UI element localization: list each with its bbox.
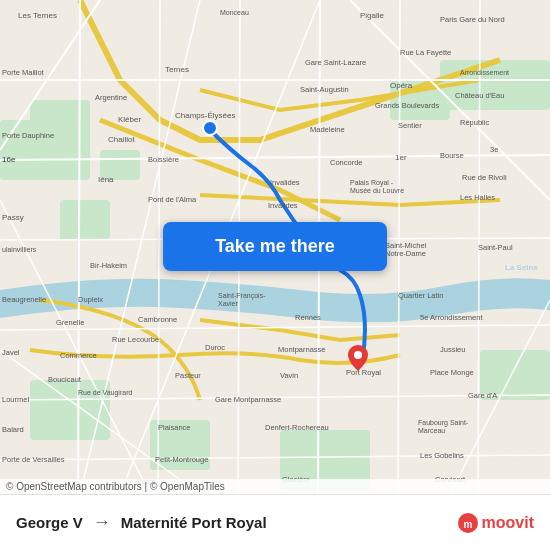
svg-text:3e: 3e — [490, 145, 498, 154]
svg-text:Porte de Versailles: Porte de Versailles — [2, 455, 65, 464]
svg-text:Quartier Latin: Quartier Latin — [398, 291, 443, 300]
svg-text:Beaugrenelle: Beaugrenelle — [2, 295, 46, 304]
svg-text:Jussieu: Jussieu — [440, 345, 465, 354]
svg-text:Madeleine: Madeleine — [310, 125, 345, 134]
svg-text:Musée du Louvre: Musée du Louvre — [350, 187, 404, 194]
svg-point-11 — [203, 121, 217, 135]
svg-text:Boucicaut: Boucicaut — [48, 375, 82, 384]
svg-rect-2 — [0, 120, 40, 180]
svg-text:Plaisance: Plaisance — [158, 423, 191, 432]
svg-text:Pigalle: Pigalle — [360, 11, 385, 20]
svg-text:Château d'Eau: Château d'Eau — [455, 91, 504, 100]
svg-text:Monceau: Monceau — [220, 9, 249, 16]
svg-text:Porte Maillot: Porte Maillot — [2, 68, 45, 77]
map-attribution: © OpenStreetMap contributors | © OpenMap… — [0, 479, 550, 494]
map-container: Les Ternes Monceau Pigalle Paris Gare du… — [0, 0, 550, 494]
svg-text:Argentine: Argentine — [95, 93, 127, 102]
svg-text:Xavier: Xavier — [218, 300, 239, 307]
svg-text:Invalides: Invalides — [268, 201, 298, 210]
route-arrow-icon: → — [93, 512, 111, 533]
svg-text:Rennes: Rennes — [295, 313, 321, 322]
svg-text:Saint-Augustin: Saint-Augustin — [300, 85, 349, 94]
svg-text:Républic: Républic — [460, 118, 489, 127]
svg-text:Bourse: Bourse — [440, 151, 464, 160]
svg-text:La Seine: La Seine — [505, 263, 538, 272]
svg-text:1er: 1er — [395, 153, 407, 162]
svg-text:Iéna: Iéna — [98, 175, 114, 184]
svg-text:Kléber: Kléber — [118, 115, 141, 124]
svg-text:Les Halles: Les Halles — [460, 193, 495, 202]
svg-text:Montparnasse: Montparnasse — [278, 345, 326, 354]
svg-text:Rue de Vaugirard: Rue de Vaugirard — [78, 389, 132, 397]
svg-text:Saint-François-: Saint-François- — [218, 292, 266, 300]
svg-text:Sentier: Sentier — [398, 121, 422, 130]
svg-text:Gare Saint-Lazare: Gare Saint-Lazare — [305, 58, 366, 67]
moovit-brand-name: moovit — [482, 514, 534, 532]
take-me-there-button[interactable]: Take me there — [163, 222, 387, 271]
svg-text:Pasteur: Pasteur — [175, 371, 201, 380]
svg-rect-3 — [60, 200, 110, 240]
svg-text:Denfert-Rochereau: Denfert-Rochereau — [265, 423, 329, 432]
svg-text:Arrondissement: Arrondissement — [460, 69, 509, 76]
svg-text:Les Ternes: Les Ternes — [18, 11, 57, 20]
svg-text:Champs-Élysées: Champs-Élysées — [175, 111, 235, 120]
svg-text:Passy: Passy — [2, 213, 24, 222]
svg-text:Faubourg Saint-: Faubourg Saint- — [418, 419, 469, 427]
svg-text:Petit-Montrouge: Petit-Montrouge — [155, 455, 208, 464]
svg-text:Dupleix: Dupleix — [78, 295, 103, 304]
svg-point-12 — [354, 351, 362, 359]
svg-text:Rue de Rivoli: Rue de Rivoli — [462, 173, 507, 182]
svg-text:Rue Lecourbe: Rue Lecourbe — [112, 335, 159, 344]
svg-text:Bir-Hakeim: Bir-Hakeim — [90, 261, 127, 270]
svg-text:5e Arrondissement: 5e Arrondissement — [420, 313, 483, 322]
svg-text:Marceau: Marceau — [418, 427, 445, 434]
svg-text:Notre-Dame: Notre-Dame — [385, 249, 426, 258]
svg-text:Cambronne: Cambronne — [138, 315, 177, 324]
route-destination: Maternité Port Royal — [121, 514, 267, 531]
svg-text:Palais Royal -: Palais Royal - — [350, 179, 394, 187]
svg-text:Javel: Javel — [2, 348, 20, 357]
svg-text:16e: 16e — [2, 155, 16, 164]
svg-text:ulainvilliers: ulainvilliers — [2, 246, 37, 253]
svg-text:Grenelle: Grenelle — [56, 318, 84, 327]
svg-text:Saint-Paul: Saint-Paul — [478, 243, 513, 252]
svg-text:Opéra: Opéra — [390, 81, 413, 90]
svg-text:Gare Montparnasse: Gare Montparnasse — [215, 395, 281, 404]
svg-text:Lourmel: Lourmel — [2, 395, 29, 404]
svg-text:Gare d'A: Gare d'A — [468, 391, 497, 400]
svg-text:Ternes: Ternes — [165, 65, 189, 74]
svg-text:Vavin: Vavin — [280, 371, 298, 380]
route-origin: George V — [16, 514, 83, 531]
svg-text:Place Monge: Place Monge — [430, 368, 474, 377]
svg-text:Invalides: Invalides — [270, 178, 300, 187]
bottom-bar: George V → Maternité Port Royal m moovit — [0, 494, 550, 550]
svg-text:Boissière: Boissière — [148, 155, 179, 164]
svg-text:Concorde: Concorde — [330, 158, 363, 167]
svg-text:Grands Boulevards: Grands Boulevards — [375, 101, 439, 110]
moovit-icon: m — [457, 512, 479, 534]
svg-text:Port Royal: Port Royal — [346, 368, 381, 377]
svg-text:Chaillot: Chaillot — [108, 135, 135, 144]
moovit-logo: m moovit — [457, 512, 534, 534]
svg-text:Commerce: Commerce — [60, 351, 97, 360]
svg-text:Balard: Balard — [2, 425, 24, 434]
svg-text:Rue La Fayette: Rue La Fayette — [400, 48, 451, 57]
svg-text:Paris Gare du Nord: Paris Gare du Nord — [440, 15, 505, 24]
svg-text:Pont de l'Alma: Pont de l'Alma — [148, 195, 197, 204]
svg-text:m: m — [463, 518, 472, 529]
svg-text:Duroc: Duroc — [205, 343, 225, 352]
svg-text:Porte Dauphine: Porte Dauphine — [2, 131, 54, 140]
svg-text:Les Gobelins: Les Gobelins — [420, 451, 464, 460]
